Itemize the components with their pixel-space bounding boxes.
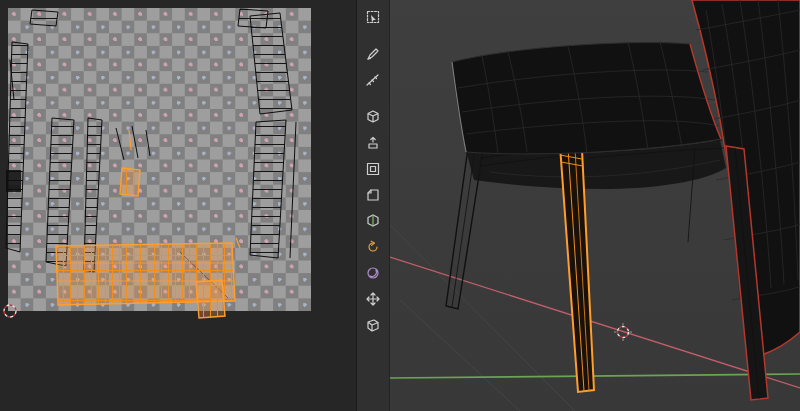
viewport-toolbar xyxy=(356,0,390,411)
axis-y-green xyxy=(390,374,800,378)
loop-cut-icon[interactable] xyxy=(360,209,386,232)
spin-icon[interactable] xyxy=(360,235,386,258)
select-box-icon[interactable] xyxy=(360,5,386,28)
viewport-3d-pane[interactable] xyxy=(390,0,800,411)
rip-region-icon[interactable] xyxy=(360,313,386,336)
smooth-icon[interactable] xyxy=(360,261,386,284)
extrude-region-icon[interactable] xyxy=(360,131,386,154)
uv-wireframe-overlay xyxy=(0,0,356,411)
inset-faces-icon[interactable] xyxy=(360,157,386,180)
blender-window xyxy=(0,0,800,411)
annotate-icon[interactable] xyxy=(360,42,386,65)
uv-editor-pane[interactable] xyxy=(0,0,356,411)
transform-icon[interactable] xyxy=(360,287,386,310)
chair-apron-rails[interactable] xyxy=(466,140,726,242)
measure-icon[interactable] xyxy=(360,68,386,91)
add-cube-icon[interactable] xyxy=(360,105,386,128)
chair-seat[interactable] xyxy=(452,41,721,154)
uv-island-selected-small[interactable] xyxy=(120,130,140,196)
bevel-icon[interactable] xyxy=(360,183,386,206)
2d-cursor-icon[interactable] xyxy=(0,301,20,321)
viewport-3d-canvas xyxy=(390,0,800,411)
